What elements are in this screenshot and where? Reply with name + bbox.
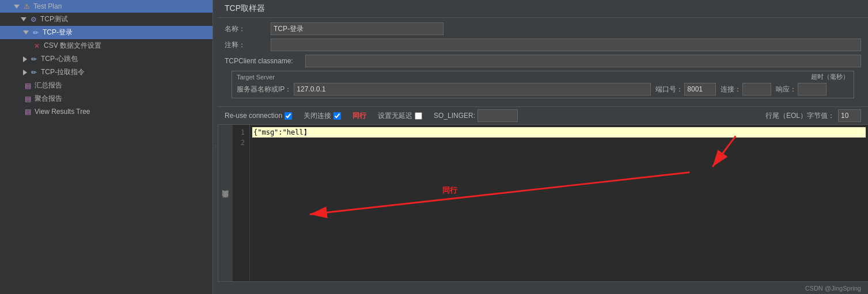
pencil-icon-3: ✏ xyxy=(29,68,39,77)
concurrent-option: 同行 xyxy=(352,111,366,121)
eol-label: 行尾（EOL）字节值： xyxy=(765,111,835,121)
comment-label: 注释： xyxy=(225,40,271,50)
classname-input[interactable] xyxy=(305,55,861,67)
no-delay-label: 设置无延迟 xyxy=(378,111,412,121)
sidebar-item-label: TCP-心跳包 xyxy=(41,54,78,64)
sidebar-item-label: CSV 数据文件设置 xyxy=(44,41,101,51)
connect-input[interactable] xyxy=(742,83,771,96)
server-name-label: 服务器名称或IP： xyxy=(237,85,291,94)
options-row: Re-use connection 关闭连接 同行 设置无延迟 SO_LINGE… xyxy=(218,106,868,125)
editor-area: 要发送的文本 1 2 {"msg":"hell】 xyxy=(218,125,868,281)
timeout-header: 超时（毫秒） xyxy=(811,72,849,81)
sidebar-item-label: TCP测试 xyxy=(40,14,68,24)
sidebar-item-label: Test Plan xyxy=(33,2,62,10)
editor-line-2 xyxy=(252,138,866,148)
eol-input[interactable] xyxy=(838,109,861,122)
pencil-icon-2: ✏ xyxy=(29,55,39,64)
panel-title: TCP取样器 xyxy=(218,0,868,18)
attribution-text: CSDN @JingSpring xyxy=(805,285,861,292)
expand-icon-login xyxy=(23,30,29,35)
bar-icon-3: ▤ xyxy=(23,107,32,116)
sidebar-item-label: View Results Tree xyxy=(35,108,90,116)
comment-row: 注释： xyxy=(225,39,861,51)
server-input[interactable] xyxy=(294,83,651,96)
editor-content[interactable]: {"msg":"hell】 xyxy=(250,125,868,281)
sidebar-item-tcp-pull[interactable]: ✏ TCP-拉取指令 xyxy=(0,66,213,79)
eol-option: 行尾（EOL）字节值： xyxy=(765,109,861,122)
line-number-1: 1 xyxy=(235,127,247,138)
no-delay-option: 设置无延迟 xyxy=(378,111,422,121)
warning-icon: ⚠ xyxy=(22,2,31,11)
expand-icon-pull xyxy=(23,70,27,75)
line-number-2: 2 xyxy=(235,138,247,148)
sidebar-item-tcp-login[interactable]: ✏ TCP-登录 xyxy=(0,26,213,39)
send-text-label: 要发送的文本 xyxy=(218,125,233,281)
x-icon: ✕ xyxy=(32,41,41,51)
bar-icon-2: ▤ xyxy=(23,94,32,104)
sidebar-item-view-results-tree[interactable]: ▤ View Results Tree xyxy=(0,105,213,118)
bar-icon-1: ▤ xyxy=(23,81,32,90)
sidebar-item-label: TCP-登录 xyxy=(43,28,73,37)
concurrent-annotation: 同行 xyxy=(442,185,457,196)
sidebar-item-csv[interactable]: ✕ CSV 数据文件设置 xyxy=(0,39,213,52)
response-label: 响应： xyxy=(776,85,797,94)
pencil-icon: ✏ xyxy=(31,28,40,37)
close-connection-checkbox[interactable] xyxy=(333,112,341,120)
reuse-connection-option: Re-use connection xyxy=(225,112,292,120)
sidebar-item-label: 聚合报告 xyxy=(35,94,62,104)
name-input[interactable] xyxy=(271,22,444,35)
comment-input[interactable] xyxy=(271,39,861,51)
status-bar: CSDN @JingSpring xyxy=(218,281,868,294)
server-section: Target Server 服务器名称或IP： 端口号： 连接： 响应： 超时（… xyxy=(232,71,854,98)
no-delay-checkbox[interactable] xyxy=(415,112,422,120)
port-label: 端口号： xyxy=(655,85,683,94)
classname-label: TCPClient classname: xyxy=(225,57,305,65)
editor-gutter: 1 2 xyxy=(233,125,250,281)
sidebar-item-tcp-test[interactable]: ⚙ TCP测试 xyxy=(0,13,213,26)
expand-icon-heartbeat xyxy=(23,56,27,62)
gear-icon: ⚙ xyxy=(29,15,38,24)
connect-label: 连接： xyxy=(721,85,741,94)
so-linger-label: SO_LINGER: xyxy=(434,112,475,120)
right-panel: TCP取样器 名称： 注释： TCPClient classname: Targ… xyxy=(218,0,868,294)
close-connection-label: 关闭连接 xyxy=(304,111,331,121)
form-area: 名称： 注释： TCPClient classname: Target Serv… xyxy=(218,18,868,106)
name-label: 名称： xyxy=(225,24,271,34)
so-linger-input[interactable] xyxy=(477,109,518,122)
sidebar-item-label: TCP-拉取指令 xyxy=(41,67,85,77)
main-layout: ⚠ Test Plan ⚙ TCP测试 ✏ TCP-登录 ✕ CSV 数据文件设… xyxy=(0,0,868,294)
classname-row: TCPClient classname: xyxy=(225,55,861,67)
close-connection-option: 关闭连接 xyxy=(304,111,341,121)
sidebar-item-tcp-heartbeat[interactable]: ✏ TCP-心跳包 xyxy=(0,52,213,66)
response-input[interactable] xyxy=(798,83,827,96)
server-section-title: Target Server xyxy=(237,74,849,81)
sidebar-item-aggregate[interactable]: ▤ 聚合报告 xyxy=(0,92,213,105)
collapse-handle[interactable]: ⋮ xyxy=(213,0,218,294)
name-row: 名称： xyxy=(225,22,861,35)
port-input[interactable] xyxy=(684,83,716,96)
expand-icon xyxy=(14,5,20,9)
expand-icon-tcp xyxy=(21,17,26,21)
sidebar: ⚠ Test Plan ⚙ TCP测试 ✏ TCP-登录 ✕ CSV 数据文件设… xyxy=(0,0,213,294)
so-linger-option: SO_LINGER: xyxy=(434,109,518,122)
concurrent-label: 同行 xyxy=(352,111,366,121)
sidebar-item-summary[interactable]: ▤ 汇总报告 xyxy=(0,79,213,92)
reuse-connection-label: Re-use connection xyxy=(225,112,282,120)
editor-line-1: {"msg":"hell】 xyxy=(252,127,866,138)
reuse-connection-checkbox[interactable] xyxy=(285,112,292,120)
sidebar-item-label: 汇总报告 xyxy=(35,81,62,90)
sidebar-item-test-plan[interactable]: ⚠ Test Plan xyxy=(0,0,213,13)
